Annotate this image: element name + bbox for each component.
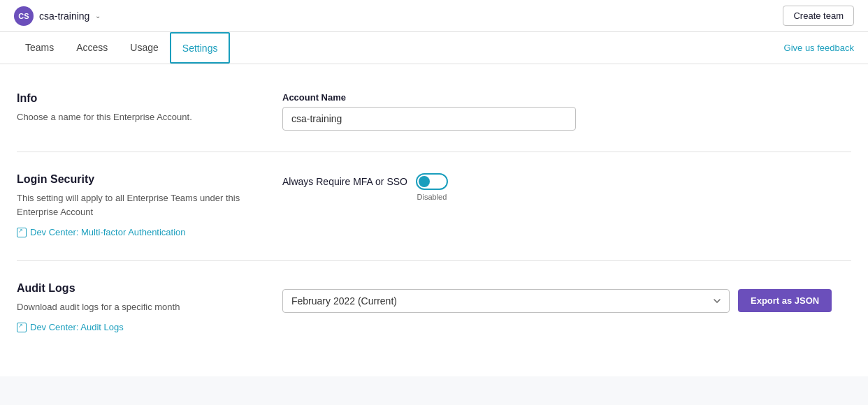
mfa-label: Always Require MFA or SSO (282, 173, 407, 187)
create-team-button[interactable]: Create team (783, 6, 854, 26)
audit-logs-left: Audit Logs Download audit logs for a spe… (17, 282, 254, 334)
mfa-toggle-container: Disabled (416, 173, 448, 201)
audit-logs-title: Audit Logs (17, 282, 254, 295)
audit-logs-description: Download audit logs for a specific month (17, 300, 254, 314)
tab-access[interactable]: Access (65, 32, 119, 64)
audit-logs-dev-center-link[interactable]: Dev Center: Audit Logs (17, 322, 124, 332)
login-security-right: Always Require MFA or SSO Disabled (282, 173, 851, 240)
feedback-link[interactable]: Give us feedback (784, 43, 854, 53)
account-name-input[interactable] (282, 107, 576, 131)
login-security-left: Login Security This setting will apply t… (17, 173, 254, 240)
mfa-link-label: Dev Center: Multi-factor Authentication (30, 227, 186, 237)
mfa-dev-center-link[interactable]: Dev Center: Multi-factor Authentication (17, 227, 186, 237)
tab-teams[interactable]: Teams (14, 32, 65, 64)
header-left: CS csa-training ⌄ (14, 6, 101, 26)
avatar: CS (14, 6, 34, 26)
info-right: Account Name (282, 92, 851, 131)
info-title: Info (17, 92, 254, 105)
toggle-status: Disabled (417, 193, 447, 201)
audit-row: February 2022 (Current) January 2022 Dec… (282, 289, 851, 313)
tab-usage[interactable]: Usage (119, 32, 169, 64)
content: Info Choose a name for this Enterprise A… (0, 64, 868, 376)
audit-logs-section: Audit Logs Download audit logs for a spe… (17, 261, 851, 355)
chevron-down-icon[interactable]: ⌄ (95, 12, 101, 20)
account-name-label: Account Name (282, 92, 851, 103)
login-security-section: Login Security This setting will apply t… (17, 152, 851, 261)
toggle-track (416, 173, 448, 190)
mfa-toggle-row: Always Require MFA or SSO Disabled (282, 173, 851, 201)
info-section: Info Choose a name for this Enterprise A… (17, 85, 851, 152)
tabs-container: Teams Access Usage Settings (14, 32, 230, 64)
org-name: csa-training (39, 10, 89, 22)
info-left: Info Choose a name for this Enterprise A… (17, 92, 254, 131)
month-select[interactable]: February 2022 (Current) January 2022 Dec… (282, 289, 730, 313)
mfa-toggle[interactable] (416, 173, 448, 190)
tab-settings[interactable]: Settings (170, 32, 231, 64)
login-security-title: Login Security (17, 173, 254, 186)
export-json-button[interactable]: Export as JSON (738, 289, 832, 312)
external-link-icon-audit (17, 323, 27, 332)
info-description: Choose a name for this Enterprise Accoun… (17, 110, 254, 124)
nav-tabs: Teams Access Usage Settings Give us feed… (0, 32, 868, 64)
header: CS csa-training ⌄ Create team (0, 0, 868, 32)
toggle-thumb (419, 176, 430, 187)
audit-logs-right: February 2022 (Current) January 2022 Dec… (282, 282, 851, 334)
login-security-description: This setting will apply to all Enterpris… (17, 191, 254, 219)
external-link-icon (17, 228, 27, 237)
audit-link-label: Dev Center: Audit Logs (30, 322, 124, 332)
